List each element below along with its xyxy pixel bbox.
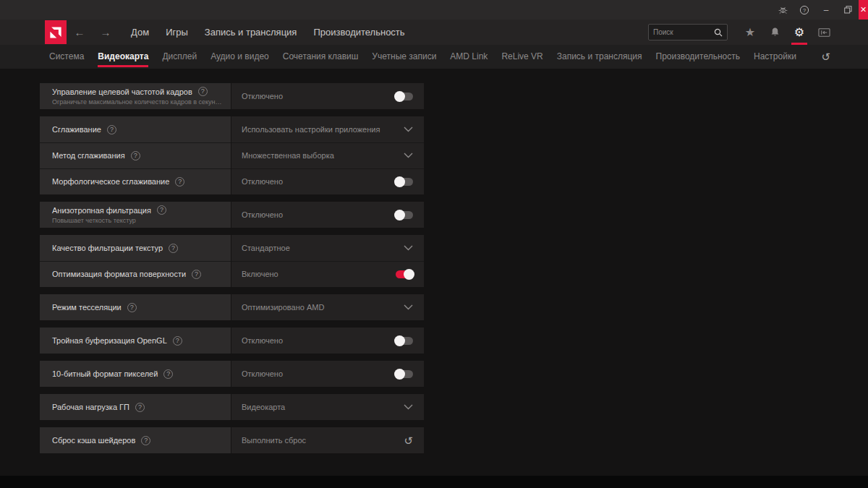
nav-item-record-stream[interactable]: Запись и трансляция bbox=[203, 20, 299, 44]
tab-amd-link[interactable]: AMD Link bbox=[450, 45, 488, 69]
tab-display[interactable]: Дисплей bbox=[162, 45, 197, 69]
setting-value: Отключено bbox=[242, 369, 283, 378]
navbar-right: ★ ⚙ bbox=[648, 20, 836, 45]
settings-group: Режим тесселяции ? Оптимизировано AMD bbox=[40, 294, 424, 320]
help-icon[interactable]: ? bbox=[198, 87, 208, 96]
minimize-button[interactable]: – bbox=[815, 0, 837, 20]
toggle-off[interactable] bbox=[396, 178, 413, 186]
help-icon[interactable]: ? bbox=[192, 270, 201, 279]
settings-group: Тройная буферизация OpenGL ? Отключено bbox=[40, 328, 424, 354]
chevron-down-icon bbox=[404, 245, 413, 251]
reset-icon: ↺ bbox=[404, 435, 413, 446]
notifications-bell-icon[interactable] bbox=[762, 20, 787, 45]
tab-hotkeys[interactable]: Сочетания клавиш bbox=[283, 45, 359, 69]
setting-value: Отключено bbox=[242, 210, 283, 219]
help-icon[interactable]: ? bbox=[173, 336, 182, 346]
dropdown-tessellation-mode[interactable]: Оптимизировано AMD bbox=[231, 294, 424, 320]
close-button[interactable]: ✕ bbox=[859, 0, 868, 20]
settings-tabbar: Система Видеокарта Дисплей Аудио и видео… bbox=[0, 45, 868, 69]
tab-audio-video[interactable]: Аудио и видео bbox=[210, 45, 269, 69]
amd-logo[interactable] bbox=[45, 20, 67, 44]
titlebar: ? – ✕ bbox=[0, 0, 868, 20]
bottom-strip bbox=[0, 476, 868, 488]
toggle-on[interactable] bbox=[396, 270, 413, 278]
help-icon[interactable]: ? bbox=[793, 0, 815, 20]
dropdown-antialiasing[interactable]: Использовать настройки приложения bbox=[231, 116, 424, 142]
setting-label: 10-битный формат пикселей bbox=[52, 369, 158, 378]
setting-row-10bit-pixel-format: 10-битный формат пикселей ? Отключено bbox=[40, 361, 424, 387]
setting-row-antialiasing-method: Метод сглаживания ? Множественная выборк… bbox=[40, 142, 424, 168]
tab-graphics[interactable]: Видеокарта bbox=[98, 45, 148, 69]
toggle-off[interactable] bbox=[396, 337, 413, 345]
setting-row-texture-filtering-quality: Качество фильтрации текстур ? Стандартно… bbox=[40, 235, 424, 261]
settings-group: Анизотропная фильтрация ? Повышает четко… bbox=[40, 202, 424, 228]
chevron-down-icon bbox=[404, 153, 413, 158]
setting-row-frame-rate-target: Управление целевой частотой кадров ? Огр… bbox=[40, 83, 424, 109]
dropdown-gpu-workload[interactable]: Видеокарта bbox=[231, 394, 424, 420]
setting-subtitle: Повышает четкость текстур bbox=[52, 217, 224, 224]
settings-gear-icon[interactable]: ⚙ bbox=[787, 20, 812, 45]
setting-row-opengl-triple-buffering: Тройная буферизация OpenGL ? Отключено bbox=[40, 328, 424, 354]
toggle-off[interactable] bbox=[396, 93, 413, 100]
chevron-down-icon bbox=[404, 127, 413, 132]
setting-value: Множественная выборка bbox=[242, 151, 334, 160]
settings-group: Управление целевой частотой кадров ? Огр… bbox=[40, 83, 424, 109]
setting-label: Управление целевой частотой кадров bbox=[52, 87, 192, 96]
setting-row-surface-format-optimization: Оптимизация формата поверхности ? Включе… bbox=[40, 261, 424, 287]
tab-accounts[interactable]: Учетные записи bbox=[372, 45, 436, 69]
help-icon[interactable]: ? bbox=[169, 244, 178, 253]
toggle-off[interactable] bbox=[396, 370, 413, 378]
setting-label: Анизотропная фильтрация bbox=[52, 206, 151, 215]
restore-button[interactable] bbox=[837, 0, 859, 20]
favorites-star-icon[interactable]: ★ bbox=[738, 20, 762, 45]
help-icon[interactable]: ? bbox=[135, 403, 145, 412]
setting-row-reset-shader-cache: Сброс кэша шейдеров ? Выполнить сброс ↺ bbox=[40, 427, 424, 453]
setting-value: Отключено bbox=[242, 336, 283, 345]
setting-row-gpu-workload: Рабочая нагрузка ГП ? Видеокарта bbox=[40, 394, 424, 420]
dropdown-antialiasing-method[interactable]: Множественная выборка bbox=[231, 142, 424, 168]
settings-group: Качество фильтрации текстур ? Стандартно… bbox=[40, 235, 424, 287]
forward-icon[interactable]: → bbox=[93, 26, 119, 38]
back-icon[interactable]: ← bbox=[67, 26, 93, 38]
tab-performance[interactable]: Производительность bbox=[656, 45, 740, 69]
help-icon[interactable]: ? bbox=[141, 436, 150, 445]
setting-label: Оптимизация формата поверхности bbox=[52, 270, 186, 278]
nav-item-home[interactable]: Дом bbox=[129, 20, 150, 44]
setting-label: Сглаживание bbox=[52, 125, 101, 134]
help-icon[interactable]: ? bbox=[107, 125, 116, 134]
setting-label: Метод сглаживания bbox=[52, 151, 125, 160]
tab-system[interactable]: Система bbox=[49, 45, 84, 69]
setting-value: Видеокарта bbox=[242, 403, 285, 411]
help-icon[interactable]: ? bbox=[127, 303, 137, 312]
help-icon[interactable]: ? bbox=[175, 177, 184, 187]
restore-defaults-icon[interactable]: ↺ bbox=[821, 51, 830, 62]
settings-group: Рабочая нагрузка ГП ? Видеокарта bbox=[40, 394, 424, 420]
collapse-panel-icon[interactable] bbox=[812, 20, 836, 45]
tab-record-stream[interactable]: Запись и трансляция bbox=[557, 45, 642, 69]
setting-label: Рабочая нагрузка ГП bbox=[52, 403, 129, 411]
radeon-settings-window: ? – ✕ ← → Дом Игры Запись и трансляция П… bbox=[0, 0, 868, 488]
setting-value: Выполнить сброс bbox=[242, 436, 306, 445]
dropdown-texture-filtering-quality[interactable]: Стандартное bbox=[231, 235, 424, 261]
settings-group: 10-битный формат пикселей ? Отключено bbox=[40, 361, 424, 387]
toggle-off[interactable] bbox=[396, 211, 413, 219]
tab-relive-vr[interactable]: ReLive VR bbox=[501, 45, 542, 69]
search-input[interactable] bbox=[653, 28, 714, 36]
setting-label: Морфологическое сглаживание bbox=[52, 177, 169, 186]
help-icon[interactable]: ? bbox=[163, 369, 173, 379]
setting-label: Качество фильтрации текстур bbox=[52, 244, 163, 252]
graphics-settings-panel: Управление целевой частотой кадров ? Огр… bbox=[0, 69, 868, 453]
help-icon[interactable]: ? bbox=[157, 205, 166, 215]
setting-value: Стандартное bbox=[242, 244, 290, 252]
bug-report-icon[interactable] bbox=[772, 0, 793, 20]
setting-row-morphological-aa: Морфологическое сглаживание ? Отключено bbox=[40, 168, 424, 194]
tab-preferences[interactable]: Настройки bbox=[754, 45, 796, 69]
setting-label: Сброс кэша шейдеров bbox=[52, 436, 135, 445]
nav-item-games[interactable]: Игры bbox=[164, 20, 190, 44]
search-box bbox=[648, 24, 728, 40]
nav-item-performance[interactable]: Производительность bbox=[312, 20, 406, 44]
help-icon[interactable]: ? bbox=[131, 151, 140, 160]
setting-subtitle: Ограничьте максимальное количество кадро… bbox=[52, 98, 224, 106]
perform-reset-button[interactable]: Выполнить сброс ↺ bbox=[231, 427, 424, 453]
search-icon bbox=[714, 28, 723, 37]
